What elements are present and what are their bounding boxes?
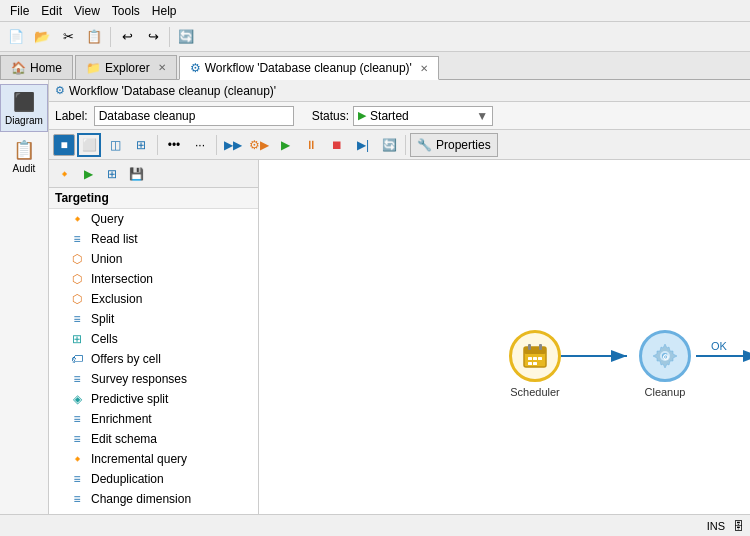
item-surveyresponses-label: Survey responses — [91, 372, 187, 386]
dt-btn-grid[interactable]: ⊞ — [129, 133, 153, 157]
sidebar-audit-label: Audit — [13, 163, 36, 174]
enrichment-icon: ≡ — [69, 412, 85, 426]
cp-group-targeting: Targeting — [49, 188, 258, 209]
svg-rect-9 — [533, 357, 537, 360]
cp-btn-flow[interactable]: ⊞ — [101, 163, 123, 185]
list-item-split[interactable]: ≡ Split — [49, 309, 258, 329]
tab-explorer[interactable]: 📁 Explorer ✕ — [75, 55, 177, 79]
editschema-icon: ≡ — [69, 432, 85, 446]
item-predictivesplit-label: Predictive split — [91, 392, 168, 406]
dt-btn-exec2[interactable]: ⚙▶ — [247, 133, 271, 157]
readlist-icon: ≡ — [69, 232, 85, 246]
diagram-right: OK — [259, 160, 750, 520]
wf-header-title: Workflow 'Database cleanup (cleanup)' — [69, 84, 276, 98]
item-cells-label: Cells — [91, 332, 118, 346]
svg-rect-11 — [528, 362, 532, 365]
tab-home[interactable]: 🏠 Home — [0, 55, 73, 79]
list-item-editschema[interactable]: ≡ Edit schema — [49, 429, 258, 449]
changedimension-icon: ≡ — [69, 492, 85, 506]
home-icon: 🏠 — [11, 61, 26, 75]
node-scheduler[interactable]: Scheduler — [509, 330, 561, 398]
status-label: Status: — [312, 109, 349, 123]
list-item-enrichment[interactable]: ≡ Enrichment — [49, 409, 258, 429]
surveyresponses-icon: ≡ — [69, 372, 85, 386]
svg-text:⚙: ⚙ — [662, 353, 669, 362]
svg-rect-8 — [528, 357, 532, 360]
tab-workflow[interactable]: ⚙ Workflow 'Database cleanup (cleanup)' … — [179, 56, 439, 80]
workflow-tab-icon: ⚙ — [190, 61, 201, 75]
menu-view[interactable]: View — [68, 2, 106, 20]
refresh-button[interactable]: 🔄 — [174, 25, 198, 49]
item-query-label: Query — [91, 212, 124, 226]
scheduler-icon — [521, 342, 549, 370]
sidebar-btn-diagram[interactable]: ⬛ Diagram — [0, 84, 48, 132]
cut-button[interactable]: ✂ — [56, 25, 80, 49]
dt-btn-fit[interactable]: ◫ — [103, 133, 127, 157]
item-editschema-label: Edit schema — [91, 432, 157, 446]
list-item-exclusion[interactable]: ⬡ Exclusion — [49, 289, 258, 309]
label-input[interactable] — [94, 106, 294, 126]
dt-btn-step[interactable]: ▶| — [351, 133, 375, 157]
wf-header-icon: ⚙ — [55, 84, 65, 97]
dt-btn-play[interactable]: ▶ — [273, 133, 297, 157]
cp-btn-targeting[interactable]: 🔸 — [53, 163, 75, 185]
union-icon: ⬡ — [69, 252, 85, 266]
list-item-deduplication[interactable]: ≡ Deduplication — [49, 469, 258, 489]
dt-btn-box[interactable]: ⬜ — [77, 133, 101, 157]
dt-btn-blue[interactable]: ■ — [53, 134, 75, 156]
menu-tools[interactable]: Tools — [106, 2, 146, 20]
dt-btn-refresh[interactable]: 🔄 — [377, 133, 401, 157]
label-text: Label: — [55, 109, 88, 123]
properties-button[interactable]: 🔧 Properties — [410, 133, 498, 157]
list-item-query[interactable]: 🔸 Query — [49, 209, 258, 229]
properties-label: Properties — [436, 138, 491, 152]
copy-button[interactable]: 📋 — [82, 25, 106, 49]
list-item-union[interactable]: ⬡ Union — [49, 249, 258, 269]
cp-toolbar: 🔸 ▶ ⊞ 💾 — [49, 160, 258, 188]
list-item-cells[interactable]: ⊞ Cells — [49, 329, 258, 349]
cleanup-circle: ⚙ — [639, 330, 691, 382]
dt-btn-dotdot[interactable]: ··· — [188, 133, 212, 157]
item-split-label: Split — [91, 312, 114, 326]
item-exclusion-label: Exclusion — [91, 292, 142, 306]
diagram-toolbar: ■ ⬜ ◫ ⊞ ••• ··· ▶▶ ⚙▶ ▶ ⏸ ⏹ ▶| 🔄 🔧 Prope… — [49, 130, 750, 160]
cp-btn-save[interactable]: 💾 — [125, 163, 147, 185]
sidebar-left: ⬛ Diagram 📋 Audit — [0, 80, 49, 536]
deduplication-icon: ≡ — [69, 472, 85, 486]
list-item-offersbycell[interactable]: 🏷 Offers by cell — [49, 349, 258, 369]
sidebar-btn-audit[interactable]: 📋 Audit — [0, 132, 48, 180]
diagram-canvas[interactable]: OK — [259, 160, 750, 520]
new-button[interactable]: 📄 — [4, 25, 28, 49]
item-deduplication-label: Deduplication — [91, 472, 164, 486]
list-item-incrementalquery[interactable]: 🔸 Incremental query — [49, 449, 258, 469]
item-offersbycell-label: Offers by cell — [91, 352, 161, 366]
tab-explorer-close[interactable]: ✕ — [158, 62, 166, 73]
main-toolbar: 📄 📂 ✂ 📋 ↩ ↪ 🔄 — [0, 22, 750, 52]
list-item-changedimension[interactable]: ≡ Change dimension — [49, 489, 258, 509]
menu-file[interactable]: File — [4, 2, 35, 20]
menu-help[interactable]: Help — [146, 2, 183, 20]
cp-btn-add[interactable]: ▶ — [77, 163, 99, 185]
menu-edit[interactable]: Edit — [35, 2, 68, 20]
open-button[interactable]: 📂 — [30, 25, 54, 49]
status-dropdown[interactable]: ▶ Started ▼ — [353, 106, 493, 126]
tab-explorer-label: Explorer — [105, 61, 150, 75]
dt-btn-stop[interactable]: ⏹ — [325, 133, 349, 157]
list-item-surveyresponses[interactable]: ≡ Survey responses — [49, 369, 258, 389]
incrementalquery-icon: 🔸 — [69, 452, 85, 466]
item-enrichment-label: Enrichment — [91, 412, 152, 426]
node-cleanup[interactable]: ⚙ Cleanup — [639, 330, 691, 398]
list-item-intersection[interactable]: ⬡ Intersection — [49, 269, 258, 289]
dt-btn-pause[interactable]: ⏸ — [299, 133, 323, 157]
list-item-predictivesplit[interactable]: ◈ Predictive split — [49, 389, 258, 409]
dt-btn-execute[interactable]: ▶▶ — [221, 133, 245, 157]
undo-button[interactable]: ↩ — [115, 25, 139, 49]
item-intersection-label: Intersection — [91, 272, 153, 286]
list-item-readlist[interactable]: ≡ Read list — [49, 229, 258, 249]
tab-workflow-close[interactable]: ✕ — [420, 63, 428, 74]
dt-sep2 — [216, 135, 217, 155]
svg-rect-5 — [524, 347, 546, 354]
redo-button[interactable]: ↪ — [141, 25, 165, 49]
intersection-icon: ⬡ — [69, 272, 85, 286]
dt-btn-more[interactable]: ••• — [162, 133, 186, 157]
